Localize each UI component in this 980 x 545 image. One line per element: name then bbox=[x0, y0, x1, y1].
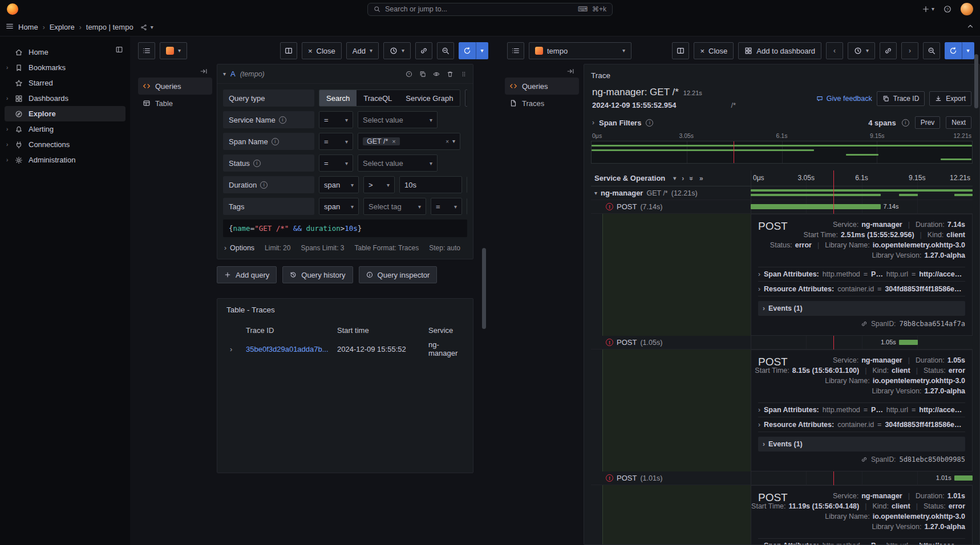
span-bar[interactable] bbox=[751, 204, 881, 209]
events-row[interactable]: › Events (1) bbox=[758, 301, 965, 316]
span-bar[interactable] bbox=[899, 340, 918, 345]
collapse-toolbar-button[interactable] bbox=[966, 22, 974, 32]
tags-scope-select[interactable]: span▾ bbox=[319, 198, 359, 215]
outline-collapse-button[interactable] bbox=[505, 65, 579, 78]
user-avatar[interactable] bbox=[961, 3, 973, 15]
column-header-start-time[interactable]: Start time bbox=[337, 323, 428, 337]
outline-item-queries[interactable]: Queries bbox=[505, 78, 579, 95]
span-row[interactable]: ! POST (1.05s) 1.05s bbox=[591, 336, 973, 349]
close-pane-button[interactable]: × Close bbox=[302, 42, 342, 59]
copy-link-button[interactable] bbox=[415, 42, 432, 59]
search-box[interactable]: ⌨ ⌘+k bbox=[367, 3, 613, 16]
new-button[interactable]: ▾ bbox=[922, 5, 934, 13]
give-feedback-link[interactable]: Give feedback bbox=[816, 95, 872, 103]
dock-menu-button[interactable] bbox=[115, 46, 123, 55]
row-expander-icon[interactable]: › bbox=[226, 342, 246, 356]
duration-operator-select[interactable]: >▾ bbox=[363, 176, 395, 193]
drag-handle-icon[interactable] bbox=[460, 71, 467, 78]
status-operator-select[interactable]: =▾ bbox=[319, 154, 353, 172]
duration-value-input[interactable]: 10s bbox=[399, 176, 462, 193]
remove-query-trash-icon[interactable] bbox=[447, 71, 453, 78]
window-scrollbar-thumb[interactable] bbox=[974, 54, 978, 108]
double-chevron-right-icon[interactable]: » bbox=[699, 174, 703, 182]
sidebar-item-administration[interactable]: › Administration bbox=[5, 152, 125, 168]
span-row[interactable]: ! POST (1.01s) 1.01s bbox=[591, 471, 973, 485]
duration-scope-select[interactable]: span▾ bbox=[319, 176, 359, 193]
run-query-button[interactable] bbox=[459, 42, 476, 59]
resource-attributes-row[interactable]: › Resource Attributes: container.id=304f… bbox=[758, 417, 965, 432]
clear-all-icon[interactable]: × bbox=[446, 139, 449, 145]
run-query-interval-button[interactable]: ▾ bbox=[476, 42, 488, 59]
datasource-picker[interactable]: tempo ▾ bbox=[529, 42, 631, 59]
outline-collapse-button[interactable] bbox=[138, 65, 212, 78]
close-pane-button[interactable]: × Close bbox=[694, 42, 734, 59]
trace-root-span-row[interactable]: ▾ ng-manager GET /* (12.21s) bbox=[591, 186, 973, 200]
span-bar[interactable] bbox=[954, 475, 973, 481]
breadcrumb-explore[interactable]: Explore bbox=[50, 23, 75, 31]
double-chevron-down-icon[interactable]: » bbox=[688, 176, 696, 180]
content-outline-toggle[interactable] bbox=[507, 42, 524, 59]
sidebar-item-home[interactable]: Home bbox=[5, 44, 125, 60]
add-to-dashboard-button[interactable]: Add to dashboard bbox=[738, 42, 821, 59]
chevron-right-icon[interactable]: › bbox=[6, 141, 8, 148]
column-header-service[interactable]: Service bbox=[428, 323, 464, 337]
trace-id-button[interactable]: Trace ID bbox=[877, 91, 925, 106]
breadcrumb-home[interactable]: Home bbox=[18, 23, 38, 31]
tab-service-graph[interactable]: Service Graph bbox=[399, 90, 460, 106]
split-view-button[interactable] bbox=[280, 42, 297, 59]
tab-search[interactable]: Search bbox=[319, 90, 357, 106]
time-shift-forward-button[interactable]: › bbox=[901, 42, 918, 59]
chevron-right-icon[interactable]: › bbox=[6, 157, 8, 163]
zoom-out-button[interactable] bbox=[437, 42, 454, 59]
chevron-right-icon[interactable]: › bbox=[6, 95, 8, 101]
hide-response-eye-icon[interactable] bbox=[433, 71, 440, 78]
tags-operator-select[interactable]: =▾ bbox=[431, 198, 462, 215]
events-row[interactable]: › Events (1) bbox=[758, 437, 965, 452]
service-name-value-select[interactable]: Select value▾ bbox=[358, 111, 438, 128]
copy-link-button[interactable] bbox=[880, 42, 897, 59]
mega-menu-toggle[interactable] bbox=[6, 22, 14, 32]
run-query-button[interactable] bbox=[945, 42, 962, 59]
tags-value-select[interactable]: Select va bbox=[467, 198, 467, 215]
span-filters-label[interactable]: Span Filters bbox=[599, 119, 641, 127]
chevron-down-icon[interactable]: ▾ bbox=[673, 176, 676, 181]
datasource-picker[interactable]: ▾ bbox=[160, 42, 187, 59]
duration-max-operator-select[interactable]: < bbox=[467, 176, 467, 193]
help-button[interactable]: ? bbox=[943, 5, 951, 13]
sidebar-item-starred[interactable]: Starred bbox=[5, 75, 125, 91]
query-inspector-button[interactable]: Query inspector bbox=[359, 266, 438, 283]
minimap-canvas[interactable] bbox=[591, 141, 973, 164]
trace-id-link[interactable]: 35be0f3d29a01adda7b... bbox=[246, 342, 337, 356]
pane-scrollbar-thumb[interactable] bbox=[482, 248, 486, 329]
chevron-right-icon[interactable]: › bbox=[682, 174, 684, 182]
link-icon[interactable] bbox=[861, 320, 868, 327]
sidebar-item-explore[interactable]: Explore bbox=[5, 106, 125, 121]
tab-traceql[interactable]: TraceQL bbox=[357, 90, 399, 106]
outline-item-queries[interactable]: Queries bbox=[138, 78, 212, 95]
search-input[interactable] bbox=[385, 5, 573, 13]
query-help-icon[interactable]: ? bbox=[406, 71, 412, 78]
content-outline-toggle[interactable] bbox=[138, 42, 155, 59]
export-button[interactable]: Export bbox=[929, 91, 971, 106]
chevron-down-icon[interactable]: ▾ bbox=[223, 71, 226, 77]
sidebar-item-connections[interactable]: › Connections bbox=[5, 137, 125, 152]
chevron-right-icon[interactable]: › bbox=[6, 126, 8, 132]
trace-minimap[interactable]: 0μs 3.05s 6.1s 9.15s 12.21s bbox=[591, 132, 973, 164]
span-name-value-select[interactable]: GET /*× × ▾ bbox=[358, 133, 460, 150]
span-attributes-row[interactable]: › Span Attributes: http.method=POST http… bbox=[758, 267, 965, 282]
time-picker-button[interactable]: ▾ bbox=[848, 42, 875, 59]
add-button[interactable]: Add ▾ bbox=[346, 42, 379, 59]
span-row[interactable]: ! POST (7.14s) 7.14s bbox=[591, 200, 973, 214]
span-attributes-row[interactable]: › Span Attributes: http.method=POST http… bbox=[758, 538, 965, 545]
outline-item-table[interactable]: Table bbox=[138, 95, 212, 112]
outline-item-traces[interactable]: Traces bbox=[505, 95, 579, 112]
duplicate-query-icon[interactable] bbox=[419, 71, 426, 78]
chevron-down-icon[interactable]: ▾ bbox=[594, 190, 597, 196]
zoom-out-button[interactable] bbox=[923, 42, 940, 59]
add-query-button[interactable]: Add query bbox=[217, 266, 277, 283]
span-name-operator-select[interactable]: =▾ bbox=[319, 133, 353, 150]
selected-value-chip[interactable]: GET /*× bbox=[363, 137, 400, 145]
service-name-operator-select[interactable]: =▾ bbox=[319, 111, 353, 128]
time-picker-button[interactable]: ▾ bbox=[383, 42, 411, 59]
split-view-button[interactable] bbox=[672, 42, 689, 59]
